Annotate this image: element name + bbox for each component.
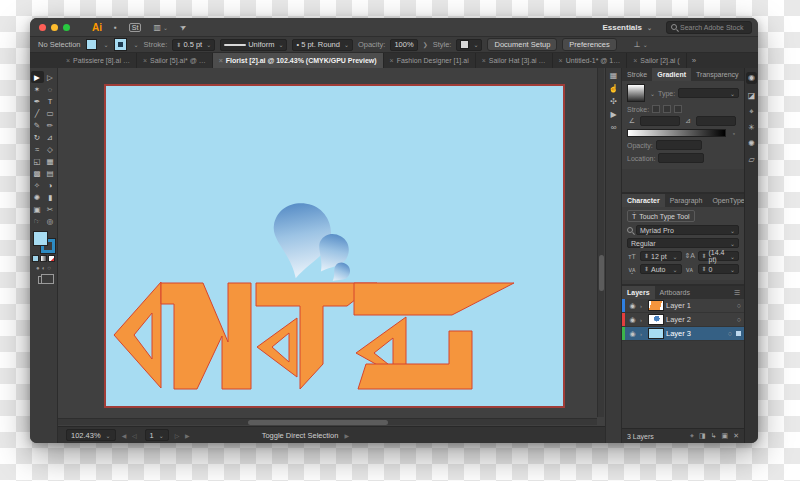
- tab-transparency[interactable]: Transparency: [691, 68, 744, 81]
- stroke-within-button[interactable]: [652, 105, 660, 113]
- visibility-toggle-icon[interactable]: ◉: [627, 316, 638, 324]
- slice-tool[interactable]: ✂: [44, 203, 57, 215]
- horizontal-scrollbar[interactable]: [58, 418, 597, 425]
- ntc-logo-artwork[interactable]: [114, 282, 514, 389]
- document-tab[interactable]: ×Sailor [5].ai* @ …: [137, 53, 213, 68]
- paintbrush-tool[interactable]: ✎: [31, 119, 44, 131]
- fill-color-swatch[interactable]: [86, 39, 97, 50]
- touch-panel-icon[interactable]: ☝: [609, 85, 619, 93]
- width-tool[interactable]: ≈: [31, 143, 44, 155]
- layer-name[interactable]: Layer 2: [666, 315, 691, 324]
- variable-width-profile[interactable]: Uniform⌄: [220, 39, 287, 51]
- artboard-navigation-field[interactable]: 1⌄: [145, 429, 169, 441]
- search-input[interactable]: [680, 24, 750, 31]
- target-circle-icon[interactable]: ○: [728, 330, 732, 337]
- layer-row[interactable]: ◉›Layer 3○: [622, 327, 744, 341]
- chevron-down-icon[interactable]: ⌄: [104, 41, 109, 48]
- stroke-weight-field[interactable]: ⬍0.5 pt⌄: [172, 39, 215, 51]
- brushes-panel-icon[interactable]: ✳: [748, 124, 755, 132]
- layer-name[interactable]: Layer 3: [666, 329, 691, 338]
- expand-layer-icon[interactable]: ›: [640, 303, 646, 309]
- gradient-opacity-field[interactable]: [656, 140, 702, 150]
- close-tab-icon[interactable]: ×: [559, 57, 563, 64]
- chevron-down-icon[interactable]: ⌄: [134, 41, 139, 48]
- shaper-panel-icon[interactable]: ✣: [610, 98, 617, 106]
- canvas[interactable]: [58, 68, 605, 426]
- symbols-panel-icon[interactable]: ⌖: [749, 108, 754, 116]
- appearance-panel-icon[interactable]: ✺: [748, 140, 755, 148]
- document-tab[interactable]: ×Untitled-1* @ 1…: [553, 53, 628, 68]
- chevron-right-icon[interactable]: ❯: [423, 41, 428, 48]
- new-layer-icon[interactable]: ▣: [722, 432, 729, 440]
- delete-layer-icon[interactable]: ✕: [733, 432, 739, 440]
- make-mask-icon[interactable]: ◨: [699, 432, 706, 440]
- brush-definition[interactable]: •5 pt. Round⌄: [292, 39, 352, 51]
- drawing-modes[interactable]: ●◐○: [36, 265, 51, 271]
- gradient-type-dropdown[interactable]: ⌄: [678, 88, 739, 98]
- draw-mode-icon[interactable]: ●: [36, 265, 40, 271]
- gradient-thumbnail[interactable]: [627, 84, 645, 102]
- document-tab[interactable]: ×Florist [2].ai @ 102.43% (CMYK/GPU Prev…: [213, 53, 384, 68]
- layer-row[interactable]: ◉›Layer 2○: [622, 313, 744, 327]
- expand-layer-icon[interactable]: ›: [640, 331, 646, 337]
- visibility-toggle-icon[interactable]: ◉: [627, 302, 638, 310]
- gradient-angle-field[interactable]: [640, 116, 680, 126]
- font-size-field[interactable]: ⬍12 pt⌄: [640, 251, 682, 261]
- zoom-tool[interactable]: ◎: [44, 215, 57, 227]
- blend-tool[interactable]: ◑: [44, 179, 57, 191]
- document-tab[interactable]: ×Sailor [2].ai (: [627, 53, 686, 68]
- document-tab[interactable]: ×Patissiere [8].ai …: [60, 53, 137, 68]
- lasso-tool[interactable]: ◌: [44, 83, 57, 95]
- target-circle-icon[interactable]: ○: [737, 302, 741, 309]
- symbol-sprayer-tool[interactable]: ✺: [31, 191, 44, 203]
- layer-row[interactable]: ◉›Layer 1○: [622, 299, 744, 313]
- artboard-tool[interactable]: ▣: [31, 203, 44, 215]
- rectangle-tool[interactable]: ▭: [44, 107, 57, 119]
- line-segment-tool[interactable]: ╱: [31, 107, 44, 119]
- aspect-ratio-field[interactable]: [696, 116, 736, 126]
- vertical-scrollbar[interactable]: [597, 68, 604, 417]
- expand-layer-icon[interactable]: ›: [640, 317, 646, 323]
- tab-character[interactable]: Character: [622, 194, 665, 207]
- tracking-field[interactable]: ⬍0⌄: [698, 264, 740, 274]
- stroke-color-swatch[interactable]: [114, 38, 127, 51]
- direct-selection-tool[interactable]: ▷: [44, 71, 57, 83]
- gradient-button[interactable]: [40, 255, 47, 262]
- scrollbar-thumb[interactable]: [599, 255, 604, 291]
- adobe-stock-icon[interactable]: St: [129, 23, 142, 32]
- fill-stroke-indicator[interactable]: [33, 231, 55, 253]
- zoom-window-button[interactable]: [63, 24, 70, 31]
- chevron-down-icon[interactable]: ⌄: [650, 90, 655, 97]
- close-window-button[interactable]: [39, 24, 46, 31]
- perspective-grid-tool[interactable]: ▦: [44, 155, 57, 167]
- draw-mode-icon[interactable]: ○: [47, 265, 51, 271]
- font-style-dropdown[interactable]: Regular⌄: [627, 238, 739, 248]
- style-swatch[interactable]: ⌄: [456, 39, 482, 51]
- first-previous-arrows[interactable]: ◀ ◁: [122, 432, 139, 439]
- kerning-field[interactable]: ⬍Auto⌄: [640, 264, 682, 274]
- gradient-stop-icon[interactable]: ◦: [729, 130, 739, 137]
- tab-artboards[interactable]: Artboards: [655, 286, 695, 299]
- font-family-dropdown[interactable]: Myriad Pro⌄: [636, 225, 739, 235]
- leading-field[interactable]: ⬍(14.4 pt)⌄: [698, 251, 740, 261]
- stroke-along-button[interactable]: [663, 105, 671, 113]
- workspace-switcher[interactable]: Essentials ⌄: [602, 23, 652, 32]
- layer-name[interactable]: Layer 1: [666, 301, 691, 310]
- visibility-toggle-icon[interactable]: ◉: [627, 330, 638, 338]
- close-tab-icon[interactable]: ×: [66, 57, 70, 64]
- actions-panel-icon[interactable]: ▶: [610, 111, 616, 119]
- free-transform-tool[interactable]: ◇: [44, 143, 57, 155]
- document-tab[interactable]: ×Sailor Hat [3].ai …: [476, 53, 553, 68]
- draw-mode-icon[interactable]: ◐: [42, 265, 46, 271]
- pen-tool[interactable]: ✒: [31, 95, 44, 107]
- opacity-field[interactable]: 100%: [390, 39, 417, 51]
- screen-mode-button[interactable]: [38, 276, 49, 284]
- preferences-button[interactable]: Preferences: [562, 38, 616, 51]
- close-tab-icon[interactable]: ×: [390, 57, 394, 64]
- libraries-panel-icon[interactable]: ▱: [748, 156, 754, 164]
- new-sublayer-icon[interactable]: ↳: [711, 432, 717, 440]
- close-tab-icon[interactable]: ×: [633, 57, 637, 64]
- scale-tool[interactable]: ⊿: [44, 131, 57, 143]
- document-setup-button[interactable]: Document Setup: [487, 38, 557, 51]
- artboard[interactable]: [104, 84, 565, 408]
